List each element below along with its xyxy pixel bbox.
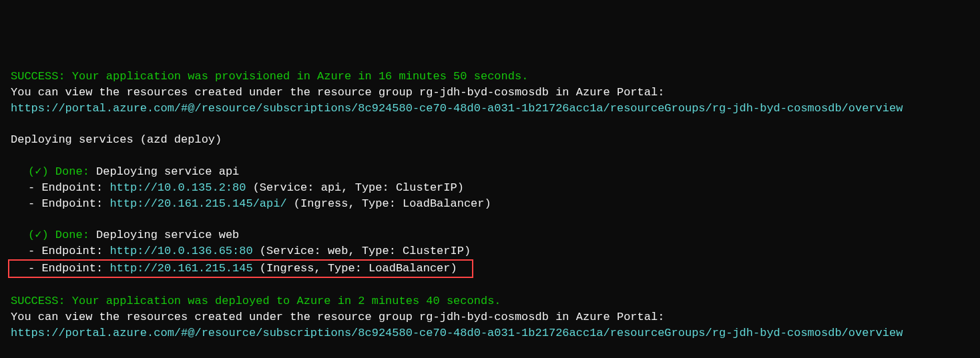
done-label: Done:	[55, 165, 89, 178]
checkmark-icon: (✓)	[28, 229, 55, 241]
endpoint-suffix: (Ingress, Type: LoadBalancer)	[287, 197, 491, 210]
deploy-header: Deploying services (azd deploy)	[11, 132, 969, 148]
success-message: Your application was deployed to Azure i…	[65, 295, 501, 307]
success-message: Your application was provisioned in Azur…	[65, 70, 529, 83]
highlighted-endpoint-box: - Endpoint: http://20.161.215.145 (Ingre…	[8, 259, 473, 278]
service-web-text: Deploying service web	[89, 229, 239, 241]
terminal-output: SUCCESS: Your application was provisione…	[11, 69, 969, 358]
endpoint-suffix: (Service: web, Type: ClusterIP)	[253, 245, 471, 257]
service-api-text: Deploying service api	[89, 165, 239, 178]
endpoint-url-link[interactable]: http://10.0.135.2:80	[109, 181, 246, 194]
endpoint-prefix: - Endpoint:	[28, 197, 109, 210]
endpoint-prefix: - Endpoint:	[28, 181, 109, 194]
endpoint-suffix: (Service: api, Type: ClusterIP)	[246, 181, 463, 194]
success-prefix: SUCCESS:	[11, 70, 65, 83]
checkmark-icon: (✓)	[28, 165, 55, 178]
portal-message: You can view the resources created under…	[11, 85, 969, 101]
done-label: Done:	[55, 229, 89, 241]
portal-url-link[interactable]: https://portal.azure.com/#@/resource/sub…	[11, 101, 969, 117]
endpoint-prefix: - Endpoint:	[28, 245, 109, 257]
endpoint-suffix: (Ingress, Type: LoadBalancer)	[253, 262, 457, 275]
endpoint-url-link[interactable]: http://20.161.215.145	[109, 262, 252, 275]
endpoint-prefix: - Endpoint:	[28, 262, 109, 275]
endpoint-url-link[interactable]: http://10.0.136.65:80	[109, 245, 252, 257]
endpoint-url-link[interactable]: http://20.161.215.145/api/	[109, 197, 286, 210]
portal-url-link[interactable]: https://portal.azure.com/#@/resource/sub…	[11, 325, 969, 341]
success-prefix: SUCCESS:	[11, 295, 65, 307]
portal-message: You can view the resources created under…	[11, 309, 969, 325]
